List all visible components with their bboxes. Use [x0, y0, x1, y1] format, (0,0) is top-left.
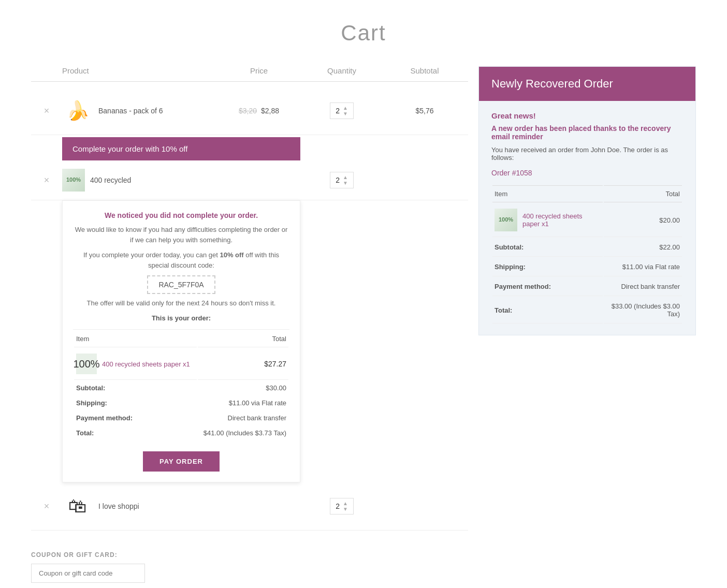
order-received-text: You have received an order from John Doe… [491, 146, 683, 161]
qty-box-bananas[interactable]: 2 ▲ ▼ [330, 102, 354, 119]
subtotal-bananas: $5,76 [383, 107, 466, 115]
order-placed-text: A new order has been placed thanks to th… [491, 124, 683, 141]
cart-layout: Product Price Quantity Subtotal × 🍌 Bana… [31, 66, 696, 588]
qty-bananas: 2 ▲ ▼ [300, 102, 383, 119]
order-summary-total: Total: $41.00 (Includes $3.73 Tax) [74, 426, 288, 440]
subtotal-value: $30.00 [198, 381, 288, 395]
recovery-popup-text3: The offer will be valid only for the nex… [73, 299, 289, 307]
product-info-bananas: Bananas - pack of 6 [93, 107, 163, 115]
recovered-subtotal-value: $22.00 [604, 238, 682, 257]
recovered-product-total: $20.00 [604, 203, 682, 237]
cart-row-paper: × 100% 400 recycled 2 ▲ ▼ [31, 160, 468, 200]
mini-product-cell: 100% 400 recycled sheets paper x1 [74, 348, 197, 380]
qty-arrows-bananas[interactable]: ▲ ▼ [343, 105, 348, 116]
cart-table-header: Product Price Quantity Subtotal [31, 66, 468, 82]
mini-table-header-total: Total [198, 331, 288, 347]
recovered-product-qty: x1 [542, 220, 549, 228]
recovered-product-link[interactable]: 400 recycled sheets paper x1 [522, 212, 601, 228]
recovered-product-cell: 100% 400 recycled sheets paper x1 [492, 203, 603, 237]
recovery-popup-text1: We would like to know if you had any dif… [73, 225, 289, 245]
header-product: Product [62, 66, 217, 75]
product-image-bananas: 🍌 [62, 95, 93, 126]
recovery-popup-notice: We noticed you did not complete your ord… [73, 211, 289, 219]
discount-bold: 10% off [220, 251, 243, 259]
great-news: Great news! [491, 111, 683, 120]
cart-row-bananas: × 🍌 Bananas - pack of 6 $3,20 $2,88 2 ▲ [31, 87, 468, 135]
header-quantity: Quantity [300, 66, 383, 75]
recovered-order-header: Newly Recovered Order [479, 67, 695, 101]
mini-product: 100% 400 recycled sheets paper x1 [76, 354, 195, 374]
total-label: Total: [74, 426, 197, 440]
coupon-section: COUPON OR GIFT CARD: [31, 541, 468, 588]
qty-paper: 2 ▲ ▼ [300, 172, 383, 188]
order-summary-shipping: Shipping: $11.00 via Flat rate [74, 396, 288, 410]
recovered-payment-value: Direct bank transfer [604, 277, 682, 296]
subtotal-label: Subtotal: [74, 381, 197, 395]
mini-product-link[interactable]: 400 recycled sheets paper x1 [102, 360, 190, 368]
recovered-payment-row: Payment method: Direct bank transfer [492, 277, 682, 296]
total-value: $41.00 (Includes $3.73 Tax) [198, 426, 288, 440]
order-summary-payment: Payment method: Direct bank transfer [74, 411, 288, 425]
price-original-bananas: $3,20 [239, 107, 257, 115]
product-info-shopping: I love shoppi [93, 502, 139, 510]
price-bananas: $3,20 $2,88 [217, 107, 300, 115]
recovery-popup: We noticed you did not complete your ord… [62, 200, 300, 482]
coupon-label: COUPON OR GIFT CARD: [31, 551, 468, 558]
cart-right: Newly Recovered Order Great news! A new … [478, 66, 696, 588]
remove-button-paper[interactable]: × [31, 175, 62, 186]
product-name-paper: 400 recycled [90, 176, 131, 184]
order-mini-row: 100% 400 recycled sheets paper x1 $27.27 [74, 348, 288, 380]
mini-table-header-item: Item [74, 331, 197, 347]
qty-value-paper: 2 [336, 176, 340, 184]
header-remove [31, 66, 62, 75]
qty-arrows-shopping[interactable]: ▲ ▼ [343, 501, 348, 512]
qty-arrows-paper[interactable]: ▲ ▼ [343, 174, 348, 186]
order-summary-subtotal: Subtotal: $30.00 [74, 381, 288, 395]
popup-banner-text: Complete your order with 10% off [72, 144, 187, 153]
pay-order-button[interactable]: PAY ORDER [143, 451, 220, 472]
shipping-label: Shipping: [74, 396, 197, 410]
recovery-popup-text4: This is your order: [73, 314, 289, 322]
cart-left: Product Price Quantity Subtotal × 🍌 Bana… [31, 66, 468, 588]
qty-shopping: 2 ▲ ▼ [300, 498, 383, 514]
header-price: Price [217, 66, 300, 75]
recovered-shipping-row: Shipping: $11.00 via Flat rate [492, 258, 682, 276]
cart-row-shopping: × 🛍 I love shoppi 2 ▲ ▼ [31, 482, 468, 531]
shipping-value: $11.00 via Flat rate [198, 396, 288, 410]
recovered-subtotal-row: Subtotal: $22.00 [492, 238, 682, 257]
recovered-product-link-text: 400 recycled sheets paper [522, 212, 583, 228]
remove-button-shopping[interactable]: × [31, 501, 62, 512]
recovered-order-panel: Newly Recovered Order Great news! A new … [478, 66, 696, 335]
recovered-table: Item Total 100% 400 recycled [491, 184, 683, 325]
order-mini-table: Item Total 100% 400 recycled sheets pape… [73, 329, 289, 441]
recovered-product: 100% 400 recycled sheets paper x1 [495, 209, 601, 231]
product-info-paper: 400 recycled [85, 176, 131, 184]
popup-banner: Complete your order with 10% off [62, 137, 300, 160]
product-name-shopping: I love shoppi [98, 502, 139, 510]
recovered-total-row: Total: $33.00 (Includes $3.00 Tax) [492, 297, 682, 324]
qty-box-paper[interactable]: 2 ▲ ▼ [330, 172, 354, 188]
mini-product-link-text: 400 recycled sheets paper [102, 360, 181, 368]
recovered-payment-label: Payment method: [492, 277, 603, 296]
mini-product-image: 100% [76, 354, 97, 374]
recovered-shipping-value: $11.00 via Flat rate [604, 258, 682, 276]
discount-code: RAC_5F7F0A [158, 281, 203, 289]
qty-value-shopping: 2 [336, 502, 340, 510]
recovered-product-row: 100% 400 recycled sheets paper x1 $20.00 [492, 203, 682, 237]
recovered-product-image: 100% [495, 209, 517, 231]
recovered-order-body: Great news! A new order has been placed … [479, 101, 695, 335]
mini-product-qty: x1 [183, 360, 190, 368]
page-wrapper: Cart Product Price Quantity Subtotal × 🍌… [0, 0, 727, 588]
payment-label: Payment method: [74, 411, 197, 425]
coupon-input[interactable] [31, 564, 145, 583]
recovered-header-total: Total [604, 185, 682, 202]
payment-value: Direct bank transfer [198, 411, 288, 425]
recovered-header-item: Item [492, 185, 603, 202]
discount-code-box: RAC_5F7F0A [147, 275, 215, 294]
remove-button-bananas[interactable]: × [31, 106, 62, 116]
order-link[interactable]: Order #1058 [491, 169, 683, 177]
qty-value-bananas: 2 [336, 107, 340, 115]
recovered-total-value: $33.00 (Includes $3.00 Tax) [604, 297, 682, 324]
qty-box-shopping[interactable]: 2 ▲ ▼ [330, 498, 354, 514]
mini-product-total: $27.27 [198, 348, 288, 380]
